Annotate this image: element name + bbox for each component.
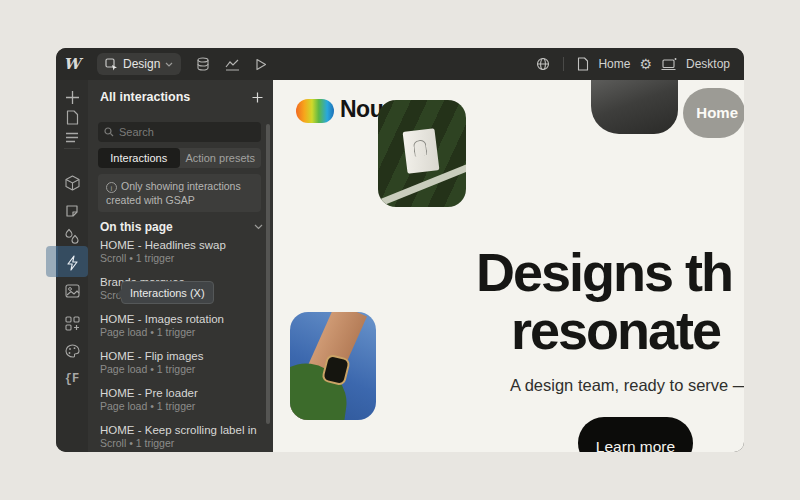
interactions-button[interactable] <box>56 250 88 276</box>
noura-logo-icon <box>296 99 334 123</box>
interactions-list: HOME - Headlines swap Scroll • 1 trigger… <box>100 238 259 452</box>
learn-more-label: Learn more <box>596 438 675 452</box>
analytics-chart-icon <box>225 58 240 71</box>
styles-sticker-icon <box>65 204 79 218</box>
toolbar-divider <box>563 57 564 71</box>
hero-subtitle: A design team, ready to serve — alwa <box>510 376 744 395</box>
rail-divider <box>64 148 80 149</box>
list-item[interactable]: HOME - Keep scrolling label in Scroll • … <box>100 423 259 450</box>
interaction-meta: Page load • 1 trigger <box>100 326 259 339</box>
fonts-icon: {F <box>65 372 79 386</box>
bag-handle <box>413 139 428 156</box>
nav-home-label: Home <box>696 88 738 138</box>
interaction-title: HOME - Images rotation <box>100 312 259 326</box>
assets-button[interactable] <box>56 278 88 304</box>
current-page-selector[interactable]: Home <box>598 57 630 71</box>
panel-scrollbar[interactable] <box>266 124 270 424</box>
style-palette-button[interactable] <box>56 338 88 364</box>
hero-headline-line1: Designs th <box>476 244 732 300</box>
design-cursor-icon <box>105 58 118 71</box>
interaction-meta: Page load • 1 trigger <box>100 400 259 413</box>
design-mode-label: Design <box>123 57 160 71</box>
interaction-title: HOME - Headlines swap <box>100 238 259 252</box>
styles-button[interactable] <box>56 198 88 224</box>
interaction-title: HOME - Keep scrolling label in <box>100 423 259 437</box>
learn-more-button[interactable]: Learn more <box>578 417 693 452</box>
search-field[interactable] <box>98 122 261 142</box>
on-this-page-section[interactable]: On this page <box>100 220 263 234</box>
palette-icon <box>65 344 80 358</box>
preview-button[interactable] <box>255 58 267 71</box>
settings-gear-icon[interactable]: ⚙ <box>639 57 652 71</box>
top-toolbar: W Design <box>56 48 744 80</box>
apps-button[interactable] <box>56 310 88 336</box>
interaction-meta: Scroll • 1 trigger <box>100 252 259 265</box>
section-title: On this page <box>100 220 173 234</box>
fonts-button[interactable]: {F <box>56 366 88 392</box>
interaction-title: HOME - Flip images <box>100 349 259 363</box>
interactions-tooltip: Interactions (X) <box>121 281 214 304</box>
list-item[interactable]: HOME - Flip images Page load • 1 trigger <box>100 349 259 376</box>
toolbar-right-group: Home ⚙ Desktop <box>536 48 730 80</box>
gsap-notice-text: Only showing interactions created with G… <box>106 180 241 206</box>
list-item[interactable]: HOME - Headlines swap Scroll • 1 trigger <box>100 238 259 265</box>
interactions-highlight-glow <box>46 246 58 277</box>
components-button[interactable] <box>56 170 88 196</box>
search-icon <box>104 127 114 137</box>
add-plus-icon <box>65 90 80 105</box>
interactions-bolt-icon <box>66 255 79 271</box>
pages-icon <box>66 110 79 125</box>
panel-tabs: Interactions Action presets <box>98 148 261 168</box>
search-input[interactable] <box>119 126 255 138</box>
chevron-down-icon <box>254 224 263 230</box>
design-canvas[interactable]: Noura Home Designs th resonate A design … <box>273 80 744 452</box>
interaction-title: HOME - Pre loader <box>100 386 259 400</box>
panel-title: All interactions <box>100 90 190 104</box>
add-interaction-button[interactable] <box>252 92 263 103</box>
breakpoint-desktop-label[interactable]: Desktop <box>686 57 730 71</box>
jacket-image <box>591 80 678 134</box>
watch-image <box>290 312 376 420</box>
cms-database-icon <box>196 57 210 71</box>
app-logo[interactable]: W <box>56 55 88 73</box>
components-cube-icon <box>65 175 80 191</box>
effects-droplets-icon <box>65 228 79 244</box>
analytics-button[interactable] <box>225 58 240 71</box>
preview-play-icon <box>255 58 267 71</box>
grass-bag-image <box>378 100 466 207</box>
shopping-bag <box>403 128 440 174</box>
left-toolbar-rail: {F <box>56 80 88 452</box>
app-window: W Design <box>56 48 744 452</box>
gsap-notice: iOnly showing interactions created with … <box>98 174 261 212</box>
page-icon <box>577 57 589 71</box>
list-item[interactable]: HOME - Pre loader Page load • 1 trigger <box>100 386 259 413</box>
cms-button[interactable] <box>196 57 210 71</box>
assets-image-icon <box>65 284 80 298</box>
tab-interactions[interactable]: Interactions <box>98 148 180 168</box>
publish-globe-button[interactable] <box>536 57 550 71</box>
navigator-icon <box>65 132 79 143</box>
webflow-logo-icon: W <box>64 55 81 73</box>
tab-action-presets[interactable]: Action presets <box>180 148 262 168</box>
interaction-meta: Page load • 1 trigger <box>100 363 259 376</box>
interaction-meta: Scroll • 1 trigger <box>100 437 259 450</box>
panel-header: All interactions <box>100 90 263 104</box>
interactions-panel: All interactions Interactions Action pre… <box>88 80 273 452</box>
navigator-button[interactable] <box>56 124 88 150</box>
smartwatch-shape <box>321 354 351 387</box>
breakpoint-desktop-icon <box>661 58 677 71</box>
apps-grid-icon <box>65 316 80 331</box>
info-icon: i <box>106 182 117 193</box>
list-item[interactable]: HOME - Images rotation Page load • 1 tri… <box>100 312 259 339</box>
design-mode-button[interactable]: Design <box>97 53 181 75</box>
hero-headline-line2: resonate <box>511 302 720 358</box>
nav-home-button[interactable]: Home <box>683 88 744 138</box>
chevron-down-icon <box>165 62 173 67</box>
